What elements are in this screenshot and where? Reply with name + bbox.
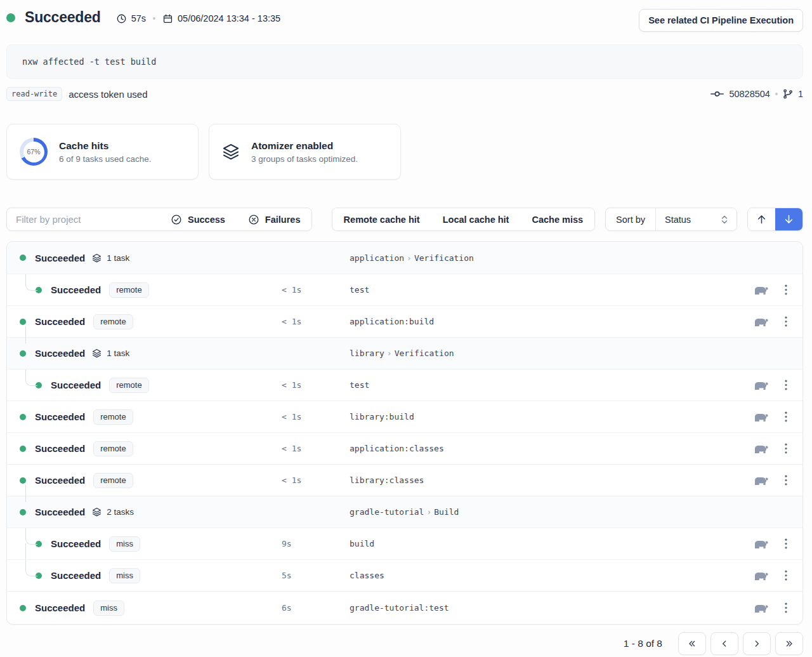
branch-icon (783, 89, 793, 99)
failures-filter-button[interactable]: Failures (237, 208, 312, 230)
task-name: test (350, 380, 753, 390)
task-row[interactable]: Succeededremote< 1slibrary:classes (7, 464, 802, 496)
task-row[interactable]: Succeededmiss9sbuild (7, 528, 802, 559)
kebab-menu-icon[interactable] (785, 380, 787, 390)
last-page-button[interactable] (775, 632, 803, 655)
chevron-left-icon (719, 639, 730, 649)
previous-page-button[interactable] (710, 632, 738, 655)
task-row[interactable]: Succeededremote< 1stest (7, 369, 802, 401)
separator-dot (153, 17, 155, 20)
commit-icon (710, 90, 724, 98)
task-name: gradle-tutorial:test (350, 603, 753, 613)
status-label: Succeeded (35, 316, 85, 327)
remote-cache-hit-button[interactable]: Remote cache hit (332, 208, 431, 230)
task-name: test (350, 285, 753, 295)
status-cluster: Succeeded1 task (7, 348, 282, 359)
branch-count[interactable]: 1 (798, 89, 803, 99)
status-cluster: Succeededmiss (7, 568, 282, 583)
task-duration: < 1s (282, 444, 350, 453)
see-related-pipeline-button[interactable]: See related CI Pipeline Execution (639, 9, 803, 32)
arrow-up-icon (756, 213, 768, 225)
task-count: 2 tasks (107, 507, 134, 517)
filter-bar: Success Failures Remote cache hit Local … (6, 208, 803, 231)
kebab-menu-icon[interactable] (785, 538, 787, 549)
task-row[interactable]: Succeededmiss5sclasses (7, 559, 802, 591)
chevron-right-icon (752, 639, 762, 649)
status-dot (20, 255, 26, 261)
status-dot (20, 446, 26, 452)
kebab-menu-icon[interactable] (785, 316, 787, 327)
status-cluster: Succeeded1 task (7, 253, 282, 263)
gradle-elephant-icon (753, 284, 769, 296)
gradle-elephant-icon (753, 602, 769, 614)
task-row[interactable]: Succeededmiss6sgradle-tutorial:test (7, 591, 802, 624)
status-label: Succeeded (51, 284, 101, 295)
cache-status-badge: remote (109, 282, 148, 298)
cache-hits-donut: 67% (20, 138, 48, 166)
cache-miss-button[interactable]: Cache miss (520, 208, 594, 230)
kebab-menu-icon[interactable] (785, 602, 787, 613)
cache-status-badge: miss (109, 568, 140, 583)
task-name: library:classes (350, 475, 753, 485)
status-label: Succeeded (51, 538, 101, 549)
task-name: build (350, 539, 753, 548)
layers-icon (92, 507, 102, 517)
kebab-menu-icon[interactable] (785, 411, 787, 422)
success-filter-button[interactable]: Success (159, 208, 237, 230)
task-row[interactable]: Succeededremote< 1slibrary:build (7, 401, 802, 432)
path-separator: › (424, 507, 434, 517)
task-row[interactable]: Succeededremote< 1sapplication:classes (7, 432, 802, 464)
arrow-down-icon (783, 213, 795, 225)
separator-dot (775, 93, 778, 95)
kebab-menu-icon[interactable] (785, 475, 787, 486)
status-dot (20, 605, 26, 611)
status-dot (36, 573, 42, 579)
filter-group: Success Failures (6, 208, 312, 231)
sort-select[interactable]: Status (655, 208, 737, 230)
status-label: Succeeded (35, 507, 85, 517)
task-count: 1 task (107, 348, 129, 358)
cache-status-badge: remote (93, 409, 133, 425)
kebab-menu-icon[interactable] (785, 284, 787, 295)
card-subtitle: 6 of 9 tasks used cache. (59, 154, 152, 164)
calendar-icon (162, 13, 173, 24)
task-row[interactable]: Succeededremote< 1stest (7, 274, 802, 305)
task-group-row[interactable]: Succeeded1 tasklibrary›Verification (7, 337, 802, 369)
status-dot (36, 287, 42, 293)
kebab-menu-icon[interactable] (785, 443, 787, 454)
atomizer-card[interactable]: Atomizer enabled 3 groups of tasks optim… (209, 124, 401, 180)
status-label: Succeeded (35, 411, 85, 422)
card-title: Cache hits (59, 140, 152, 152)
commit-id[interactable]: 50828504 (729, 89, 770, 99)
gradle-elephant-icon (753, 538, 769, 550)
token-row: read-write access token used 50828504 1 (6, 87, 803, 101)
task-group-row[interactable]: Succeeded2 tasksgradle-tutorial›Build (7, 496, 802, 528)
path-separator: › (404, 253, 414, 263)
status-label: Succeeded (35, 348, 85, 359)
double-chevron-right-icon (784, 639, 794, 649)
project-path: gradle-tutorial›Build (350, 507, 792, 517)
status-cluster: Succeededremote (7, 409, 282, 425)
sort-descending-button[interactable] (775, 208, 802, 230)
cache-hits-card[interactable]: 67% Cache hits 6 of 9 tasks used cache. (6, 124, 199, 180)
run-details-page: Succeeded 57s 05/06/2024 13:34 - 13:35 S… (0, 0, 812, 657)
kebab-menu-icon[interactable] (785, 570, 787, 581)
sort-group: Sort by Status (605, 208, 737, 231)
task-row[interactable]: Succeededremote< 1sapplication:build (7, 305, 802, 337)
sort-by-label: Sort by (606, 208, 655, 230)
sort-ascending-button[interactable] (748, 208, 775, 230)
gradle-elephant-icon (753, 411, 769, 423)
task-name: classes (350, 571, 753, 580)
task-name: library:build (350, 412, 753, 421)
local-cache-hit-button[interactable]: Local cache hit (431, 208, 521, 230)
first-page-button[interactable] (678, 632, 706, 655)
status-label: Succeeded (35, 475, 85, 486)
next-page-button[interactable] (743, 632, 771, 655)
task-group-row[interactable]: Succeeded1 taskapplication›Verification (7, 242, 802, 274)
vcs-info: 50828504 1 (710, 89, 803, 99)
x-circle-icon (248, 214, 259, 225)
filter-by-project-input[interactable] (7, 208, 159, 230)
access-token-text: access token used (69, 89, 147, 100)
layers-icon (92, 348, 102, 358)
duration-meta: 57s (116, 13, 146, 24)
